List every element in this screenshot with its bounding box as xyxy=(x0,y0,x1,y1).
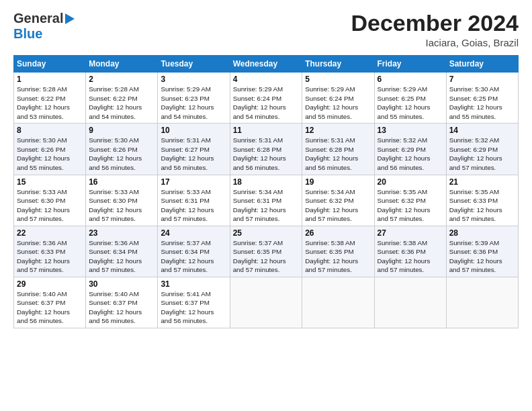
day-info: Sunrise: 5:33 AM Sunset: 6:30 PM Dayligh… xyxy=(17,187,83,224)
day-number: 25 xyxy=(233,228,300,238)
day-info: Sunrise: 5:34 AM Sunset: 6:32 PM Dayligh… xyxy=(305,187,371,224)
calendar-cell: 11Sunrise: 5:31 AM Sunset: 6:28 PM Dayli… xyxy=(230,124,302,175)
day-number: 19 xyxy=(305,177,371,187)
calendar-cell: 1Sunrise: 5:28 AM Sunset: 6:22 PM Daylig… xyxy=(14,73,86,124)
calendar-cell: 4Sunrise: 5:29 AM Sunset: 6:24 PM Daylig… xyxy=(230,73,302,124)
day-info: Sunrise: 5:29 AM Sunset: 6:24 PM Dayligh… xyxy=(233,85,300,121)
calendar-cell: 17Sunrise: 5:33 AM Sunset: 6:31 PM Dayli… xyxy=(158,175,230,226)
day-number: 14 xyxy=(449,126,515,135)
day-info: Sunrise: 5:40 AM Sunset: 6:37 PM Dayligh… xyxy=(17,289,83,326)
day-number: 11 xyxy=(233,126,300,135)
calendar-cell: 24Sunrise: 5:37 AM Sunset: 6:34 PM Dayli… xyxy=(158,226,230,277)
day-number: 17 xyxy=(161,177,226,187)
header: General Blue December 2024 Iaciara, Goia… xyxy=(13,11,519,48)
day-number: 10 xyxy=(161,126,226,135)
col-wednesday: Wednesday xyxy=(230,56,302,73)
calendar-table: Sunday Monday Tuesday Wednesday Thursday… xyxy=(13,55,519,328)
day-info: Sunrise: 5:29 AM Sunset: 6:24 PM Dayligh… xyxy=(305,85,371,121)
calendar-cell: 15Sunrise: 5:33 AM Sunset: 6:30 PM Dayli… xyxy=(14,175,86,226)
day-number: 3 xyxy=(161,75,226,84)
page: General Blue December 2024 Iaciara, Goia… xyxy=(0,0,532,411)
day-number: 23 xyxy=(89,228,154,238)
calendar-cell: 3Sunrise: 5:29 AM Sunset: 6:23 PM Daylig… xyxy=(158,73,230,124)
day-info: Sunrise: 5:29 AM Sunset: 6:25 PM Dayligh… xyxy=(378,85,443,121)
calendar-cell: 6Sunrise: 5:29 AM Sunset: 6:25 PM Daylig… xyxy=(374,73,446,124)
day-info: Sunrise: 5:37 AM Sunset: 6:35 PM Dayligh… xyxy=(233,238,300,275)
day-info: Sunrise: 5:38 AM Sunset: 6:35 PM Dayligh… xyxy=(305,238,371,275)
calendar-cell xyxy=(374,277,446,328)
calendar-week-row-3: 15Sunrise: 5:33 AM Sunset: 6:30 PM Dayli… xyxy=(14,175,519,226)
calendar-cell: 25Sunrise: 5:37 AM Sunset: 6:35 PM Dayli… xyxy=(230,226,302,277)
day-info: Sunrise: 5:30 AM Sunset: 6:26 PM Dayligh… xyxy=(89,136,154,172)
calendar-cell: 20Sunrise: 5:35 AM Sunset: 6:32 PM Dayli… xyxy=(374,175,446,226)
day-info: Sunrise: 5:32 AM Sunset: 6:29 PM Dayligh… xyxy=(449,136,515,172)
day-info: Sunrise: 5:38 AM Sunset: 6:36 PM Dayligh… xyxy=(378,238,443,275)
day-number: 27 xyxy=(378,228,443,238)
calendar-cell: 14Sunrise: 5:32 AM Sunset: 6:29 PM Dayli… xyxy=(446,124,518,175)
day-number: 21 xyxy=(449,177,515,187)
logo-triangle-icon xyxy=(65,13,75,24)
calendar-week-row-2: 8Sunrise: 5:30 AM Sunset: 6:26 PM Daylig… xyxy=(14,124,519,175)
title-block: December 2024 Iaciara, Goias, Brazil xyxy=(351,11,519,48)
day-number: 12 xyxy=(305,126,371,135)
day-info: Sunrise: 5:31 AM Sunset: 6:28 PM Dayligh… xyxy=(305,136,371,172)
day-info: Sunrise: 5:39 AM Sunset: 6:36 PM Dayligh… xyxy=(449,238,515,275)
day-number: 4 xyxy=(233,75,300,84)
calendar-cell: 29Sunrise: 5:40 AM Sunset: 6:37 PM Dayli… xyxy=(14,277,86,328)
calendar-cell: 28Sunrise: 5:39 AM Sunset: 6:36 PM Dayli… xyxy=(446,226,518,277)
day-number: 26 xyxy=(305,228,371,238)
day-number: 1 xyxy=(17,75,83,84)
col-friday: Friday xyxy=(374,56,446,73)
col-saturday: Saturday xyxy=(446,56,518,73)
day-number: 29 xyxy=(17,279,83,289)
month-title: December 2024 xyxy=(351,11,519,36)
day-number: 16 xyxy=(89,177,154,187)
logo-line1: General xyxy=(13,11,75,26)
calendar-cell: 12Sunrise: 5:31 AM Sunset: 6:28 PM Dayli… xyxy=(302,124,374,175)
day-info: Sunrise: 5:30 AM Sunset: 6:26 PM Dayligh… xyxy=(17,136,83,172)
day-info: Sunrise: 5:29 AM Sunset: 6:23 PM Dayligh… xyxy=(161,85,226,121)
day-number: 18 xyxy=(233,177,300,187)
calendar-cell: 30Sunrise: 5:40 AM Sunset: 6:37 PM Dayli… xyxy=(86,277,158,328)
day-number: 28 xyxy=(449,228,515,238)
calendar-cell: 16Sunrise: 5:33 AM Sunset: 6:30 PM Dayli… xyxy=(86,175,158,226)
calendar-cell: 21Sunrise: 5:35 AM Sunset: 6:33 PM Dayli… xyxy=(446,175,518,226)
day-info: Sunrise: 5:34 AM Sunset: 6:31 PM Dayligh… xyxy=(233,187,300,224)
calendar-cell: 27Sunrise: 5:38 AM Sunset: 6:36 PM Dayli… xyxy=(374,226,446,277)
day-number: 13 xyxy=(378,126,443,135)
day-info: Sunrise: 5:36 AM Sunset: 6:34 PM Dayligh… xyxy=(89,238,154,275)
day-info: Sunrise: 5:33 AM Sunset: 6:31 PM Dayligh… xyxy=(161,187,226,224)
calendar-cell: 22Sunrise: 5:36 AM Sunset: 6:33 PM Dayli… xyxy=(14,226,86,277)
day-info: Sunrise: 5:32 AM Sunset: 6:29 PM Dayligh… xyxy=(378,136,443,172)
day-number: 15 xyxy=(17,177,83,187)
day-info: Sunrise: 5:36 AM Sunset: 6:33 PM Dayligh… xyxy=(17,238,83,275)
calendar-cell xyxy=(302,277,374,328)
day-number: 5 xyxy=(305,75,371,84)
calendar-cell: 18Sunrise: 5:34 AM Sunset: 6:31 PM Dayli… xyxy=(230,175,302,226)
day-info: Sunrise: 5:30 AM Sunset: 6:25 PM Dayligh… xyxy=(449,85,515,121)
day-number: 7 xyxy=(449,75,515,84)
calendar-cell xyxy=(230,277,302,328)
calendar-cell: 19Sunrise: 5:34 AM Sunset: 6:32 PM Dayli… xyxy=(302,175,374,226)
calendar-cell: 31Sunrise: 5:41 AM Sunset: 6:37 PM Dayli… xyxy=(158,277,230,328)
calendar-cell xyxy=(446,277,518,328)
day-info: Sunrise: 5:28 AM Sunset: 6:22 PM Dayligh… xyxy=(89,85,154,121)
day-number: 6 xyxy=(378,75,443,84)
calendar-cell: 9Sunrise: 5:30 AM Sunset: 6:26 PM Daylig… xyxy=(86,124,158,175)
day-info: Sunrise: 5:31 AM Sunset: 6:28 PM Dayligh… xyxy=(233,136,300,172)
day-info: Sunrise: 5:33 AM Sunset: 6:30 PM Dayligh… xyxy=(89,187,154,224)
location: Iaciara, Goias, Brazil xyxy=(351,37,519,48)
calendar-cell: 7Sunrise: 5:30 AM Sunset: 6:25 PM Daylig… xyxy=(446,73,518,124)
day-info: Sunrise: 5:37 AM Sunset: 6:34 PM Dayligh… xyxy=(161,238,226,275)
calendar-week-row-5: 29Sunrise: 5:40 AM Sunset: 6:37 PM Dayli… xyxy=(14,277,519,328)
day-number: 2 xyxy=(89,75,154,84)
logo: General Blue xyxy=(13,11,75,42)
day-info: Sunrise: 5:41 AM Sunset: 6:37 PM Dayligh… xyxy=(161,289,226,326)
calendar-cell: 26Sunrise: 5:38 AM Sunset: 6:35 PM Dayli… xyxy=(302,226,374,277)
calendar-cell: 2Sunrise: 5:28 AM Sunset: 6:22 PM Daylig… xyxy=(86,73,158,124)
calendar-cell: 10Sunrise: 5:31 AM Sunset: 6:27 PM Dayli… xyxy=(158,124,230,175)
day-info: Sunrise: 5:40 AM Sunset: 6:37 PM Dayligh… xyxy=(89,289,154,326)
day-number: 24 xyxy=(161,228,226,238)
calendar-cell: 13Sunrise: 5:32 AM Sunset: 6:29 PM Dayli… xyxy=(374,124,446,175)
calendar-cell: 5Sunrise: 5:29 AM Sunset: 6:24 PM Daylig… xyxy=(302,73,374,124)
